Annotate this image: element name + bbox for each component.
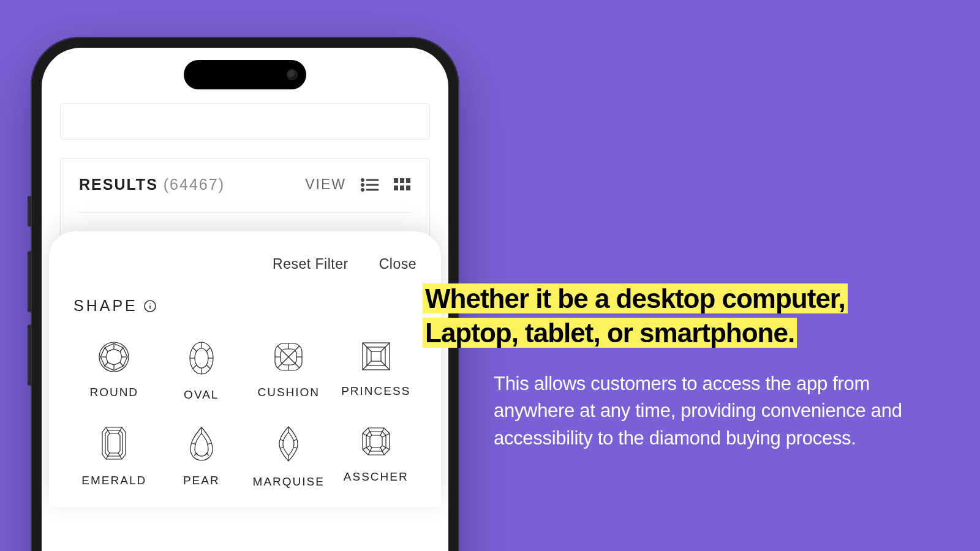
marquise-diamond-icon xyxy=(277,425,300,463)
results-title: RESULTS (64467) xyxy=(79,176,225,193)
headline-line-2: Laptop, tablet, or smartphone. xyxy=(423,318,797,348)
svg-line-22 xyxy=(105,348,108,351)
svg-rect-6 xyxy=(394,178,398,183)
phone-screen: RESULTS (64467) VIEW xyxy=(42,48,448,551)
list-view-icon[interactable] xyxy=(361,178,379,192)
results-header: RESULTS (64467) VIEW xyxy=(79,176,411,212)
pear-diamond-icon xyxy=(188,425,215,462)
search-card-placeholder xyxy=(60,103,430,140)
cushion-diamond-icon xyxy=(272,340,305,373)
svg-line-23 xyxy=(120,348,123,351)
results-count: (64467) xyxy=(164,176,225,193)
results-label: RESULTS xyxy=(79,176,158,193)
svg-line-38 xyxy=(277,346,282,351)
shape-label: CUSHION xyxy=(257,386,320,399)
shape-heading-label: SHAPE xyxy=(74,297,138,315)
svg-rect-8 xyxy=(406,178,410,183)
svg-point-13 xyxy=(149,303,151,304)
svg-line-33 xyxy=(206,348,210,351)
shape-grid: ROUND OVAL xyxy=(74,340,417,489)
shape-option-cushion[interactable]: CUSHION xyxy=(248,340,330,402)
svg-marker-74 xyxy=(366,432,386,451)
svg-line-24 xyxy=(105,362,108,366)
svg-marker-57 xyxy=(108,433,120,453)
headline-line-1: Whether it be a desktop computer, xyxy=(423,283,848,313)
svg-line-72 xyxy=(293,447,296,448)
svg-point-27 xyxy=(195,348,208,368)
svg-line-71 xyxy=(281,447,284,448)
shape-option-marquise[interactable]: MARQUISE xyxy=(248,425,330,489)
phone-volume-down xyxy=(28,324,31,386)
svg-point-0 xyxy=(362,179,364,181)
shape-heading: SHAPE xyxy=(74,297,417,315)
svg-line-25 xyxy=(120,362,123,366)
shape-label: PEAR xyxy=(183,474,220,487)
emerald-diamond-icon xyxy=(100,425,128,462)
svg-line-39 xyxy=(295,346,300,351)
asscher-diamond-icon xyxy=(360,425,393,458)
svg-rect-10 xyxy=(400,186,404,190)
oval-diamond-icon xyxy=(188,340,215,376)
svg-point-2 xyxy=(362,184,364,186)
info-icon[interactable] xyxy=(144,300,156,312)
svg-line-70 xyxy=(293,440,296,441)
shape-label: MARQUISE xyxy=(253,475,325,489)
close-button[interactable]: Close xyxy=(379,256,417,272)
marketing-panel: Whether it be a desktop computer, Laptop… xyxy=(423,282,943,452)
phone-side-button xyxy=(28,196,31,227)
shape-option-oval[interactable]: OVAL xyxy=(161,340,243,402)
svg-line-34 xyxy=(193,365,197,369)
svg-line-69 xyxy=(281,440,284,441)
svg-line-32 xyxy=(193,348,197,351)
front-camera xyxy=(287,69,298,80)
sheet-actions: Reset Filter Close xyxy=(74,256,417,272)
svg-line-35 xyxy=(206,365,210,369)
svg-rect-7 xyxy=(400,178,404,183)
reset-filter-button[interactable]: Reset Filter xyxy=(273,256,349,272)
round-diamond-icon xyxy=(97,340,130,373)
marketing-body: This allows customers to access the app … xyxy=(494,370,922,452)
shape-option-asscher[interactable]: ASSCHER xyxy=(336,425,417,489)
shape-label: OVAL xyxy=(184,388,219,402)
svg-rect-50 xyxy=(371,351,381,361)
marketing-headline: Whether it be a desktop computer, Laptop… xyxy=(423,282,943,351)
svg-marker-55 xyxy=(102,427,126,459)
svg-line-40 xyxy=(277,363,282,368)
svg-rect-9 xyxy=(394,186,398,190)
shape-label: EMERALD xyxy=(81,474,146,487)
phone-mockup: RESULTS (64467) VIEW xyxy=(31,37,459,551)
view-label: VIEW xyxy=(305,176,346,193)
dynamic-island xyxy=(184,60,306,89)
svg-rect-11 xyxy=(406,186,410,190)
shape-label: ROUND xyxy=(89,386,138,399)
shape-option-round[interactable]: ROUND xyxy=(74,340,155,402)
shape-label: ASSCHER xyxy=(344,470,409,484)
svg-marker-17 xyxy=(106,349,122,365)
view-toggle-group: VIEW xyxy=(305,176,411,193)
shape-option-princess[interactable]: PRINCESS xyxy=(336,340,417,402)
svg-line-41 xyxy=(295,363,300,368)
phone-volume-up xyxy=(28,251,31,312)
shape-filter-sheet: Reset Filter Close SHAPE xyxy=(49,231,441,507)
princess-diamond-icon xyxy=(360,340,392,372)
svg-marker-75 xyxy=(370,435,382,448)
grid-view-icon[interactable] xyxy=(394,178,411,192)
svg-point-4 xyxy=(362,189,364,190)
shape-option-pear[interactable]: PEAR xyxy=(161,425,243,489)
shape-label: PRINCESS xyxy=(341,384,410,398)
shape-option-emerald[interactable]: EMERALD xyxy=(74,425,155,489)
